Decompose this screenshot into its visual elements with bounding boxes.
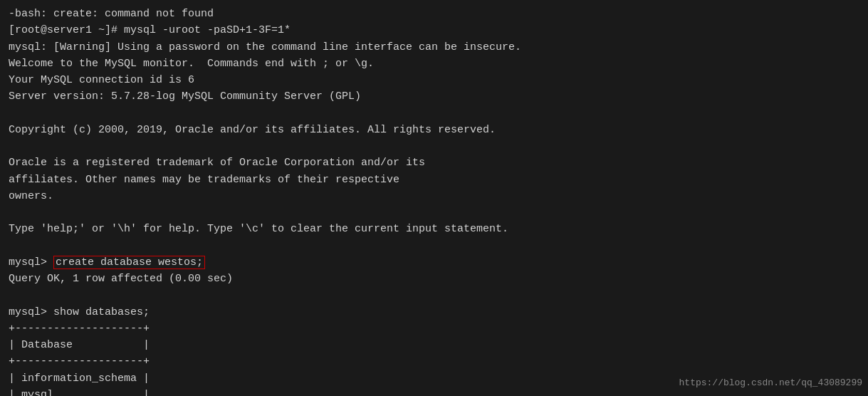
line-copyright: Copyright (c) 2000, 2019, Oracle and/or … xyxy=(9,124,496,136)
line-login: [root@server1 ~]# mysql -uroot -paSD+1-3… xyxy=(9,24,291,36)
line-oracle2: affiliates. Other names may be trademark… xyxy=(9,174,399,186)
line-oracle3: owners. xyxy=(9,190,53,202)
line-show-databases: mysql> show databases; xyxy=(9,306,150,318)
terminal-output: -bash: create: command not found [root@s… xyxy=(9,6,859,396)
line-oracle1: Oracle is a registered trademark of Orac… xyxy=(9,157,425,169)
line-conn-id: Your MySQL connection id is 6 xyxy=(9,74,194,86)
line-query-ok: Query OK, 1 row affected (0.00 sec) xyxy=(9,273,233,285)
terminal-window: -bash: create: command not found [root@s… xyxy=(0,0,868,396)
line-server-version: Server version: 5.7.28-log MySQL Communi… xyxy=(9,90,361,103)
line-db-info-schema: | information_schema | xyxy=(9,372,150,385)
line-db-mysql: | mysql | xyxy=(9,389,150,396)
line-warning: mysql: [Warning] Using a password on the… xyxy=(9,41,521,53)
highlighted-command: create database westos; xyxy=(53,256,205,269)
line-table-border1: +--------------------+ xyxy=(9,323,150,335)
line-bash-error: -bash: create: command not found xyxy=(9,8,214,20)
line-help: Type 'help;' or '\h' for help. Type '\c'… xyxy=(9,223,508,235)
watermark: https://blog.csdn.net/qq_43089299 xyxy=(679,376,862,390)
line-welcome: Welcome to the MySQL monitor. Commands e… xyxy=(9,58,374,70)
line-mysql-prompt1: mysql> create database westos; xyxy=(9,256,205,269)
line-table-border2: +--------------------+ xyxy=(9,355,150,368)
line-table-header: | Database | xyxy=(9,339,150,351)
